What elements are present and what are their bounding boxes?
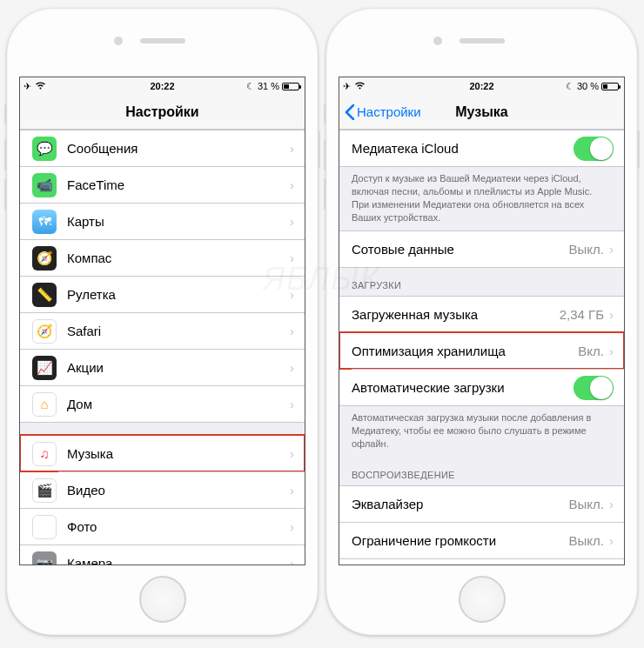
row-safari[interactable]: 🧭Safari› (20, 312, 305, 349)
auto-dl-footer: Автоматическая загрузка музыки после доб… (339, 406, 624, 458)
messages-icon: 💬 (32, 137, 57, 161)
row-label: Дом (67, 397, 290, 411)
status-bar: ✈︎ 20:22 ☾ 30 % (339, 77, 624, 95)
chevron-right-icon: › (609, 344, 614, 358)
row-label: Камера (67, 556, 290, 564)
screen-settings: ✈︎ 20:22 ☾ 31 % Настройки 💬Сообщения›📹Fa… (19, 77, 305, 565)
chevron-left-icon (345, 104, 355, 120)
volume-down (324, 178, 326, 210)
row-music[interactable]: ♫Музыка› (20, 435, 305, 471)
downloads-header: ЗАГРУЗКИ (339, 268, 624, 296)
row-label: Акции (67, 360, 290, 375)
row-downloaded-music[interactable]: Загруженная музыка 2,34 ГБ › (339, 296, 624, 332)
row-auto-downloads[interactable]: Автоматические загрузки (339, 369, 624, 405)
row-volume-limit[interactable]: Ограничение громкости Выкл. › (339, 522, 624, 558)
chevron-right-icon: › (290, 141, 294, 156)
status-bar: ✈︎ 20:22 ☾ 31 % (20, 77, 305, 95)
status-time: 20:22 (150, 81, 174, 91)
power-button (637, 130, 640, 169)
row-value: Вкл. (578, 344, 604, 358)
volume-up (4, 139, 7, 170)
row-label: Компас (67, 251, 290, 265)
row-label: Оптимизация хранилища (352, 344, 578, 358)
row-label: Карты (67, 214, 290, 229)
chevron-right-icon: › (609, 497, 614, 511)
moon-icon: ☾ (566, 81, 574, 92)
phone-right: ✈︎ 20:22 ☾ 30 % Настройки Музыка (326, 9, 637, 635)
row-stocks[interactable]: 📈Акции› (20, 349, 305, 385)
row-video[interactable]: 🎬Видео› (20, 471, 305, 508)
nav-bar: Настройки (20, 95, 305, 130)
chevron-right-icon: › (290, 556, 294, 564)
row-icloud-library[interactable]: Медиатека iCloud (339, 130, 624, 166)
row-label: Загруженная музыка (352, 307, 560, 322)
home-button[interactable] (139, 576, 186, 623)
front-camera (433, 37, 442, 45)
volume-down (4, 178, 7, 210)
chevron-right-icon: › (290, 251, 294, 265)
chevron-right-icon: › (290, 483, 294, 498)
chevron-right-icon: › (290, 519, 294, 534)
chevron-right-icon: › (609, 307, 614, 322)
toggle-auto-downloads[interactable] (574, 376, 614, 400)
airplane-icon: ✈︎ (23, 81, 31, 92)
page-title: Настройки (125, 104, 198, 120)
row-label: Медиатека iCloud (352, 141, 574, 156)
camera-icon: 📷 (32, 551, 57, 565)
music-settings-list[interactable]: Медиатека iCloud Доступ к музыке из Ваше… (339, 130, 624, 564)
row-value: Выкл. (569, 242, 604, 257)
speaker-slot (140, 38, 185, 43)
row-cellular[interactable]: Сотовые данные Выкл. › (339, 230, 624, 267)
row-facetime[interactable]: 📹FaceTime› (20, 166, 305, 203)
home-button[interactable] (459, 576, 506, 623)
row-value: Выкл. (569, 497, 604, 511)
chevron-right-icon: › (290, 446, 294, 461)
maps-icon: 🗺 (32, 210, 57, 234)
front-camera (114, 37, 123, 45)
row-optimize-storage[interactable]: Оптимизация хранилища Вкл. › (339, 332, 624, 369)
row-camera[interactable]: 📷Камера› (20, 544, 305, 564)
chevron-right-icon: › (290, 360, 294, 375)
chevron-right-icon: › (290, 214, 294, 229)
wifi-icon (35, 81, 46, 91)
row-label: Сообщения (67, 141, 290, 156)
battery-icon (282, 83, 299, 90)
row-compass[interactable]: 🧭Компас› (20, 239, 305, 276)
battery-icon (601, 83, 619, 90)
chevron-right-icon: › (609, 242, 614, 257)
screen-music: ✈︎ 20:22 ☾ 30 % Настройки Музыка (339, 77, 625, 565)
back-button[interactable]: Настройки (345, 95, 421, 129)
phone-left: ✈︎ 20:22 ☾ 31 % Настройки 💬Сообщения›📹Fa… (7, 9, 318, 635)
row-label: Фото (67, 519, 290, 534)
row-maps[interactable]: 🗺Карты› (20, 203, 305, 239)
row-label: Автоматические загрузки (352, 380, 574, 395)
airplane-icon: ✈︎ (343, 81, 351, 92)
row-home[interactable]: ⌂Дом› (20, 385, 305, 422)
row-measure[interactable]: 📏Рулетка› (20, 276, 305, 312)
row-label: Рулетка (67, 287, 290, 302)
row-sound-check[interactable]: Коррекция громкости (339, 558, 624, 564)
music-icon: ♫ (32, 442, 57, 466)
facetime-icon: 📹 (32, 173, 57, 197)
power-button (318, 130, 320, 169)
icloud-footer: Доступ к музыке из Вашей Медиатеки через… (339, 167, 624, 230)
toggle-icloud[interactable] (574, 137, 614, 161)
chevron-right-icon: › (290, 397, 294, 411)
mute-switch (4, 104, 7, 124)
row-label: FaceTime (67, 177, 290, 192)
chevron-right-icon: › (290, 177, 294, 192)
row-photos[interactable]: ✿Фото› (20, 508, 305, 544)
row-label: Сотовые данные (352, 242, 569, 257)
volume-up (324, 139, 326, 170)
settings-list[interactable]: 💬Сообщения›📹FaceTime›🗺Карты›🧭Компас›📏Рул… (20, 130, 305, 564)
page-title: Музыка (455, 104, 508, 120)
speaker-slot (460, 38, 505, 43)
compass-icon: 🧭 (32, 246, 57, 271)
row-eq[interactable]: Эквалайзер Выкл. › (339, 485, 624, 522)
battery-percent: 31 % (258, 81, 279, 91)
playback-header: ВОСПРОИЗВЕДЕНИЕ (339, 458, 624, 485)
battery-percent: 30 % (577, 81, 599, 91)
row-label: Музыка (67, 446, 290, 461)
safari-icon: 🧭 (32, 319, 57, 344)
row-messages[interactable]: 💬Сообщения› (20, 130, 305, 166)
